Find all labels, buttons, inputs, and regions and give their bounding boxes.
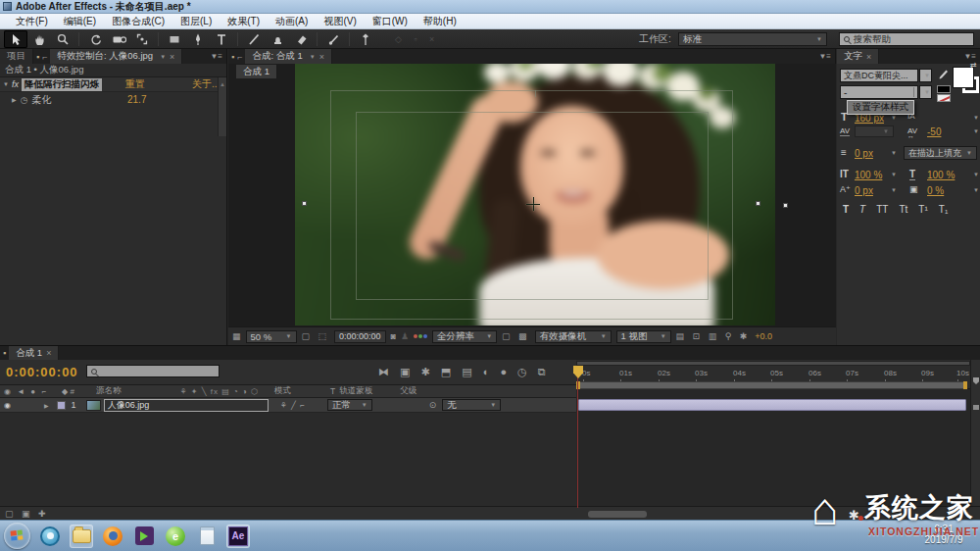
panel-menu-icon[interactable]: ▼≡ bbox=[818, 52, 835, 61]
swap-fill-stroke-icon[interactable]: ⇄ bbox=[970, 61, 977, 70]
chevron-down-icon[interactable]: ▼ bbox=[970, 115, 979, 121]
channel-icon[interactable] bbox=[414, 334, 427, 338]
twirl-open-icon[interactable]: ▼ bbox=[3, 81, 9, 87]
flowchart-icon[interactable]: ▦ bbox=[232, 331, 241, 341]
rotation-tool[interactable] bbox=[83, 30, 107, 48]
resolution-dropdown[interactable]: 全分辨率▼ bbox=[432, 330, 497, 343]
tab-composition[interactable]: 合成: 合成 1 ▼ × bbox=[245, 49, 331, 64]
horizontal-scale-value[interactable]: 100 % bbox=[927, 170, 955, 180]
menu-window[interactable]: 窗口(W) bbox=[365, 15, 416, 28]
exposure-value[interactable]: +0.0 bbox=[755, 331, 772, 341]
subscript-button[interactable]: T₁ bbox=[939, 204, 948, 215]
start-button[interactable] bbox=[4, 523, 30, 549]
effect-param-softness-row[interactable]: ▶ ◷ 柔化 21.7 bbox=[0, 92, 226, 107]
comp-mini-tab[interactable]: 合成 1 bbox=[236, 65, 277, 78]
rectangle-tool[interactable] bbox=[163, 30, 186, 48]
tsume-value[interactable]: 0 % bbox=[927, 185, 944, 196]
roi-transparency-icons[interactable]: ▢ ▩ bbox=[502, 331, 530, 341]
column-mode[interactable]: 模式 bbox=[259, 385, 291, 397]
taskbar-video-player-icon[interactable] bbox=[132, 525, 156, 548]
clone-stamp-tool[interactable] bbox=[266, 30, 289, 48]
small-caps-button[interactable]: Tt bbox=[899, 204, 907, 215]
tab-project[interactable]: 项目 bbox=[0, 49, 33, 64]
snapshot-icon[interactable]: ◙ bbox=[391, 331, 396, 341]
tray-clock[interactable]: 6:31 2019/7/9 bbox=[911, 524, 976, 545]
taskbar-after-effects-icon[interactable]: Ae bbox=[226, 525, 250, 548]
type-tool[interactable] bbox=[210, 30, 233, 48]
view-layout-dropdown[interactable]: 1 视图▼ bbox=[616, 330, 671, 343]
puppet-pin-tool[interactable] bbox=[354, 30, 377, 48]
close-icon[interactable]: × bbox=[866, 52, 871, 62]
horizontal-scrollbar-thumb[interactable] bbox=[588, 511, 647, 518]
chevron-down-icon[interactable]: ▼ bbox=[888, 115, 897, 121]
superscript-button[interactable]: T¹ bbox=[918, 204, 927, 215]
blend-mode-dropdown[interactable]: 正常▼ bbox=[327, 399, 372, 411]
faux-italic-button[interactable]: T bbox=[859, 204, 865, 215]
layer-handle-left[interactable] bbox=[302, 201, 307, 206]
column-source-name[interactable]: 源名称 bbox=[74, 385, 122, 397]
effect-name[interactable]: 降低隔行扫描闪烁 bbox=[22, 78, 102, 91]
menu-edit[interactable]: 编辑(E) bbox=[56, 15, 104, 28]
effects-scrollbar[interactable]: ▲ bbox=[218, 77, 226, 136]
menu-animation[interactable]: 动画(A) bbox=[268, 15, 316, 28]
camera-tool[interactable] bbox=[107, 30, 130, 48]
column-parent[interactable]: 父级 bbox=[372, 385, 416, 397]
time-ruler[interactable]: 0s 01s 02s 03s 04s 05s 06s 07s 08s 09s 1… bbox=[576, 360, 970, 389]
timeline-right-strip[interactable] bbox=[970, 360, 980, 507]
menu-effect[interactable]: 效果(T) bbox=[220, 15, 268, 28]
menu-composition[interactable]: 图像合成(C) bbox=[104, 15, 172, 28]
panel-menu-icon[interactable]: ▼≡ bbox=[210, 52, 226, 61]
help-search-box[interactable]: 搜索帮助 bbox=[839, 32, 974, 46]
baseline-shift-value[interactable]: 0 px bbox=[855, 185, 873, 196]
column-trkmat[interactable]: 轨道蒙板 bbox=[335, 385, 372, 397]
fill-color-swatch[interactable] bbox=[953, 67, 974, 88]
comp-photo-layer[interactable] bbox=[295, 64, 775, 326]
eye-icon[interactable]: ◉ bbox=[0, 401, 11, 410]
work-area-end-handle[interactable] bbox=[963, 381, 967, 389]
pan-behind-tool[interactable] bbox=[130, 30, 154, 48]
camera-dropdown[interactable]: 有效摄像机▼ bbox=[535, 330, 612, 343]
tracking-value[interactable]: -50 bbox=[927, 126, 941, 137]
timeline-timecode[interactable]: 0:00:00:00 bbox=[6, 365, 78, 379]
tab-effect-controls[interactable]: 特效控制台: 人像06.jpg ▼ × bbox=[50, 49, 182, 64]
scroll-up-icon[interactable]: ▲ bbox=[220, 81, 225, 87]
anchor-point-crosshair[interactable] bbox=[526, 197, 540, 211]
stopwatch-icon[interactable]: ◷ bbox=[21, 95, 28, 105]
layer-handle-right[interactable] bbox=[756, 201, 760, 206]
tab-timeline-comp1[interactable]: 合成 1× bbox=[9, 346, 59, 360]
menu-file[interactable]: 文件(F) bbox=[8, 15, 56, 28]
timeline-search-box[interactable] bbox=[86, 365, 220, 377]
param-softness-value[interactable]: 21.7 bbox=[127, 94, 146, 105]
effect-header-row[interactable]: ▼ fx 降低隔行扫描闪烁 重置 关于... bbox=[0, 77, 226, 92]
parent-pickwhip-icon[interactable]: ⊙ bbox=[429, 400, 437, 410]
menu-help[interactable]: 帮助(H) bbox=[416, 15, 465, 28]
hand-tool[interactable] bbox=[27, 30, 51, 48]
black-swatch[interactable] bbox=[937, 85, 951, 93]
work-area-bar[interactable] bbox=[578, 381, 966, 389]
taskbar-browser-icon[interactable]: e bbox=[164, 525, 187, 548]
pen-tool[interactable] bbox=[186, 30, 210, 48]
chevron-down-icon[interactable]: ▼ bbox=[970, 172, 979, 177]
twirl-closed-icon[interactable]: ▶ bbox=[12, 96, 17, 103]
chevron-down-icon[interactable]: ▼ bbox=[888, 187, 897, 193]
taskbar-explorer-icon[interactable] bbox=[70, 525, 93, 548]
faux-bold-button[interactable]: T bbox=[843, 204, 849, 215]
layer-duration-bar[interactable] bbox=[578, 399, 966, 411]
grid-guide-icons[interactable]: ▤ ⊡ ▥ ⚲ ✱ bbox=[676, 331, 751, 341]
font-style-dropdown-button[interactable]: ▼ bbox=[919, 85, 932, 99]
safe-margins-icon[interactable]: ▢ ⬚ bbox=[302, 331, 330, 341]
workspace-dropdown[interactable]: 标准 ▼ bbox=[678, 32, 827, 46]
fill-stroke-order-dropdown[interactable]: 在描边上填充▼ bbox=[904, 146, 977, 160]
selection-tool[interactable] bbox=[4, 30, 27, 48]
timeline-view-option-icons[interactable]: ⧓ ▣ ✱ ⬒ ▤ ◐ ● ◷ ⧉ bbox=[378, 366, 550, 378]
eraser-tool[interactable] bbox=[289, 30, 313, 48]
vertical-scale-value[interactable]: 100 % bbox=[855, 170, 882, 180]
taskbar-firefox-icon[interactable] bbox=[101, 525, 124, 548]
layer-label-color[interactable] bbox=[57, 401, 66, 410]
chevron-down-icon[interactable]: ▼ bbox=[307, 54, 316, 60]
column-trkmat-t[interactable]: T bbox=[291, 386, 335, 396]
scroll-up-icon[interactable]: ▲ bbox=[964, 510, 970, 516]
layer-handle-outer-right[interactable] bbox=[783, 203, 788, 208]
layer-name-field[interactable]: 人像06.jpg bbox=[104, 399, 269, 412]
font-family-dropdown-button[interactable]: ▼ bbox=[919, 69, 932, 82]
